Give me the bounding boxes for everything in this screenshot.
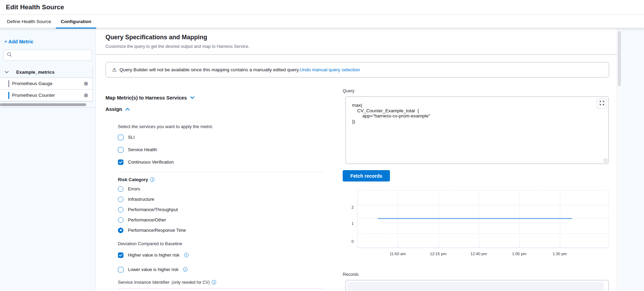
radio-unselected[interactable]: [118, 217, 123, 223]
warning-text: Query Builder will not be available sinc…: [119, 67, 360, 72]
checkbox-row-sli[interactable]: SLI: [118, 134, 324, 141]
radio-row-performance-response-time[interactable]: Performance/Response Time: [118, 227, 324, 234]
checkbox-checked[interactable]: [118, 252, 123, 258]
metric-group-example-metrics[interactable]: Example_metrics: [0, 67, 92, 78]
query-result-chart: 2 1 0: [343, 190, 609, 258]
remove-metric-icon[interactable]: ⊗: [84, 92, 88, 98]
chevron-down-icon: [5, 71, 9, 73]
checkbox-unchecked[interactable]: [118, 147, 123, 153]
x-tick: [560, 245, 560, 248]
tab-configuration[interactable]: Configuration: [56, 15, 96, 28]
x-tick-label: 12:15 pm: [430, 252, 446, 256]
checkbox-unchecked[interactable]: [118, 135, 123, 140]
add-metric-button[interactable]: + Add Metric: [4, 39, 95, 45]
metric-item-label: Prometheus Counter: [12, 93, 84, 98]
query-column: Query max( CV_Counter_Example_total { ap…: [343, 89, 609, 291]
service-instance-select[interactable]: app: [118, 288, 323, 291]
checkbox-checked[interactable]: [118, 159, 123, 165]
fetch-records-button[interactable]: Fetch records: [343, 170, 390, 181]
configuration-panel: Query Specifications and Mapping Customi…: [96, 28, 617, 291]
radio-unselected[interactable]: [118, 186, 123, 192]
metric-status-bar: [8, 80, 9, 87]
gridline: [358, 205, 609, 205]
map-metrics-title: Map Metric(s) to Harness Services: [105, 95, 187, 101]
page-title: Edit Health Source: [6, 3, 64, 11]
radio-row-infrastructure[interactable]: Infrastructure: [118, 196, 324, 203]
scrollbar-thumb[interactable]: [618, 31, 621, 86]
chevron-up-icon: [125, 108, 130, 111]
x-tick: [439, 245, 439, 248]
y-tick-label: 1: [352, 221, 354, 226]
sidebar-divider: [0, 107, 95, 108]
gridline: [358, 190, 609, 190]
metric-list: Example_metrics Prometheus Gauge ⊗ Prome…: [0, 67, 93, 102]
search-input[interactable]: [14, 53, 89, 58]
map-metrics-section-toggle[interactable]: Map Metric(s) to Harness Services: [105, 95, 343, 101]
radio-selected[interactable]: [118, 228, 123, 233]
search-icon: [7, 52, 12, 58]
radio-row-performance-throughput[interactable]: Performance/Throughput: [118, 206, 324, 213]
radio-row-performance-other[interactable]: Performance/Other: [118, 216, 324, 224]
checkbox-row-lower-value[interactable]: Lower value is higher risk i: [118, 266, 324, 273]
records-content: [348, 282, 604, 291]
query-text[interactable]: max( CV_Counter_Example_total { app="har…: [346, 97, 608, 130]
y-tick-label: 0: [352, 239, 354, 243]
assign-section-toggle[interactable]: Assign: [105, 106, 343, 112]
metric-search-box[interactable]: [3, 50, 92, 61]
info-icon[interactable]: i: [212, 280, 216, 284]
chart-series-line: [378, 218, 572, 219]
records-scrollbar[interactable]: [605, 282, 607, 291]
metric-group-name: Example_metrics: [16, 70, 54, 75]
metric-item-prometheus-counter[interactable]: Prometheus Counter ⊗: [0, 90, 92, 101]
plus-icon: +: [4, 39, 7, 45]
service-instance-identifier-label: Service Instance Identifier (only needed…: [118, 280, 324, 285]
records-label: Records: [343, 272, 609, 277]
records-panel: [345, 280, 609, 291]
gridline: [358, 233, 609, 234]
services-select-label: Select the services you want to apply th…: [118, 124, 324, 129]
radio-row-errors[interactable]: Errors: [118, 185, 324, 193]
undo-manual-query-link[interactable]: Undo manual query selection: [300, 67, 360, 72]
tab-bar: Define Health Source Configuration: [0, 15, 644, 28]
chart-plot-area: [357, 190, 609, 248]
resize-handle[interactable]: [603, 158, 608, 163]
query-builder-warning-banner: ⚠ Query Builder will not be available si…: [105, 62, 609, 77]
x-tick: [519, 245, 520, 248]
page-background-strip: [622, 28, 644, 291]
checkbox-row-continuous-verification[interactable]: Continuous Verification: [118, 158, 324, 166]
page-vertical-scrollbar[interactable]: [617, 28, 622, 291]
assign-title: Assign: [105, 106, 122, 112]
tab-label: Define Health Source: [7, 19, 51, 24]
metric-item-prometheus-gauge[interactable]: Prometheus Gauge ⊗: [0, 78, 92, 90]
y-tick-label: 2: [352, 205, 354, 209]
warning-icon: ⚠: [112, 67, 117, 73]
expand-query-button[interactable]: [597, 98, 607, 109]
remove-metric-icon[interactable]: ⊗: [84, 80, 88, 87]
info-icon[interactable]: i: [150, 177, 154, 182]
window-title-bar: Edit Health Source: [0, 0, 644, 15]
info-icon[interactable]: i: [183, 267, 188, 272]
x-tick-label: 12:40 pm: [471, 252, 487, 256]
x-tick: [479, 245, 479, 248]
chart-x-axis-labels: 11:50 am 12:15 pm 12:40 pm 1:05 pm 1:30 …: [357, 250, 609, 258]
info-icon[interactable]: i: [184, 253, 189, 257]
checkbox-unchecked[interactable]: [118, 267, 123, 272]
tab-label: Configuration: [61, 19, 91, 24]
gridline: [608, 190, 609, 248]
metrics-sidebar: + Add Metric Example_metrics: [0, 28, 96, 291]
tab-define-health-source[interactable]: Define Health Source: [2, 15, 56, 28]
expand-icon: [600, 101, 604, 107]
radio-unselected[interactable]: [118, 207, 123, 212]
checkbox-row-service-health[interactable]: Service Health: [118, 146, 324, 153]
metric-item-label: Prometheus Gauge: [12, 81, 84, 86]
x-tick: [398, 245, 398, 248]
radio-unselected[interactable]: [118, 197, 123, 202]
checkbox-row-higher-value[interactable]: Higher value is higher risk i: [118, 251, 324, 259]
deviation-label: Deviation Compared to Baseline: [118, 241, 324, 246]
section-subheading: Customize the query to get the desired o…: [105, 44, 609, 49]
x-tick-label: 1:05 pm: [512, 252, 526, 256]
query-label: Query: [343, 89, 609, 93]
section-heading: Query Specifications and Mapping: [105, 34, 609, 41]
sidebar-horizontal-scrollbar[interactable]: [0, 103, 86, 106]
query-editor[interactable]: max( CV_Counter_Example_total { app="har…: [345, 96, 609, 164]
